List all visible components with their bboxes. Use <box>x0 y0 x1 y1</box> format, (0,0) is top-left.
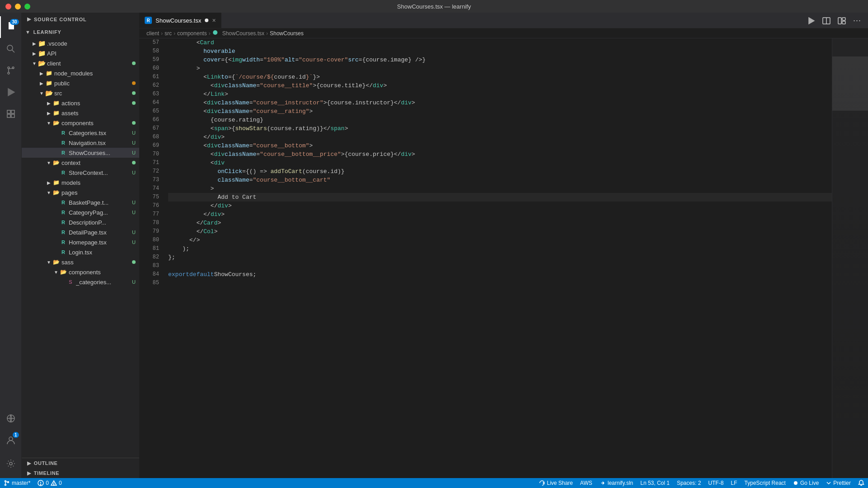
folder-src-icon: 📂 <box>60 268 67 276</box>
tree-item-src[interactable]: ▼ 📂 src <box>22 88 139 98</box>
tree-item-showcourses-tsx[interactable]: ▶ R ShowCourses... U <box>22 148 139 158</box>
tree-item-pages[interactable]: ▼ 📂 pages <box>22 188 139 197</box>
code-line-57: <Card <box>168 38 832 47</box>
search-activity-icon[interactable] <box>0 38 22 60</box>
accounts-activity-icon[interactable]: 1 <box>0 429 22 451</box>
tree-item-login-tsx[interactable]: ▶ R Login.tsx <box>22 247 139 257</box>
tree-item-storecontext-tsx[interactable]: ▶ R StoreContext... U <box>22 168 139 178</box>
svg-point-0 <box>7 45 13 51</box>
tree-item-categorypage-tsx[interactable]: ▶ R CategoryPag... U <box>22 207 139 217</box>
breadcrumb-file-icon <box>212 29 218 37</box>
run-button[interactable] <box>804 14 818 27</box>
settings-activity-icon[interactable] <box>0 453 22 474</box>
tree-item-homepage-tsx[interactable]: ▶ R Homepage.tsx U <box>22 237 139 247</box>
run-activity-icon[interactable] <box>0 81 22 103</box>
live-share-status[interactable]: Live Share <box>535 478 576 488</box>
folder-icon: 📁 <box>52 99 60 107</box>
modified-badge: U <box>132 239 136 245</box>
tree-item-descriptionpage-tsx[interactable]: ▶ R DescriptionP... <box>22 217 139 227</box>
svg-point-12 <box>9 462 12 465</box>
svg-point-28 <box>794 481 797 485</box>
tree-item-components[interactable]: ▼ 📂 components <box>22 118 139 128</box>
layout-button[interactable] <box>835 14 849 27</box>
tree-item-context[interactable]: ▼ 📂 context <box>22 158 139 168</box>
code-line-81: ); <box>168 244 832 253</box>
tree-item-categories-tsx[interactable]: ▶ R Categories.tsx U <box>22 128 139 138</box>
window-title: ShowCourses.tsx — learnify <box>397 3 471 10</box>
tree-item-basketpage-tsx[interactable]: ▶ R BasketPage.t... U <box>22 197 139 207</box>
tree-item-client[interactable]: ▼ 📂 client <box>22 58 139 68</box>
modified-badge: U <box>132 140 136 145</box>
tab-showcourses[interactable]: R ShowCourses.tsx × <box>139 13 222 28</box>
explorer-root[interactable]: ▼ LEARNIFY <box>22 26 139 38</box>
line-ending-status[interactable]: LF <box>727 478 741 488</box>
git-branch-status[interactable]: master* <box>0 478 34 488</box>
tree-item-sass-components[interactable]: ▼ 📂 components <box>22 267 139 277</box>
arrow-icon: ▼ <box>31 60 38 67</box>
language-status[interactable]: TypeScript React <box>741 478 789 488</box>
timeline-chevron: ▶ <box>27 470 31 476</box>
arrow-icon: ▶ <box>45 99 52 107</box>
tree-item-detailpage-tsx[interactable]: ▶ R DetailPage.tsx U <box>22 227 139 237</box>
folder-icon: 📁 <box>52 109 60 117</box>
svg-rect-7 <box>11 110 14 113</box>
timeline-section[interactable]: ▶ TIMELINE <box>22 468 139 478</box>
split-editor-button[interactable] <box>819 14 834 27</box>
tree-item-public[interactable]: ▶ 📁 public <box>22 78 139 88</box>
encoding-status[interactable]: UTF-8 <box>705 478 727 488</box>
arrow-icon: ▶ <box>31 50 38 57</box>
close-button[interactable] <box>5 4 11 9</box>
breadcrumb-components[interactable]: components <box>177 30 207 37</box>
go-live-status[interactable]: Go Live <box>789 478 822 488</box>
code-line-85 <box>168 279 832 287</box>
tree-item-api[interactable]: ▶ 📁 API <box>22 48 139 58</box>
minimize-button[interactable] <box>15 4 21 9</box>
tree-item-models[interactable]: ▶ 📁 models <box>22 178 139 188</box>
file-tsx-icon: R <box>60 229 67 236</box>
tree-item-categories-sass[interactable]: ▶ S _categories... U <box>22 277 139 287</box>
maximize-button[interactable] <box>24 4 30 9</box>
tab-close-button[interactable]: × <box>212 17 216 23</box>
remote-activity-icon[interactable] <box>0 408 22 429</box>
tree-item-assets[interactable]: ▶ 📁 assets <box>22 108 139 118</box>
code-content[interactable]: <Card hoverable cover={<img width="100%"… <box>165 38 832 478</box>
outline-section[interactable]: ▶ OUTLINE <box>22 458 139 468</box>
minimap[interactable] <box>832 38 868 478</box>
breadcrumb-symbol: ShowCourses <box>270 30 304 37</box>
cursor-position-status[interactable]: Ln 53, Col 1 <box>637 478 673 488</box>
breadcrumb-src[interactable]: src <box>165 30 172 37</box>
tree-item-node-modules[interactable]: ▶ 📁 node_modules <box>22 68 139 78</box>
extensions-activity-icon[interactable] <box>0 103 22 125</box>
code-line-78: </Card> <box>168 219 832 227</box>
tree-item-actions[interactable]: ▶ 📁 actions <box>22 98 139 108</box>
activity-bar: 30 1 <box>0 13 22 478</box>
errors-status[interactable]: 0 0 <box>34 478 65 488</box>
code-line-63: </Link> <box>168 90 832 99</box>
aws-status[interactable]: AWS <box>576 478 596 488</box>
code-line-84: export default ShowCourses; <box>168 270 832 279</box>
minimap-slider[interactable] <box>832 56 868 111</box>
tab-label: ShowCourses.tsx <box>156 17 201 24</box>
source-control-activity-icon[interactable] <box>0 60 22 81</box>
tree-item-navigation-tsx[interactable]: ▶ R Navigation.tsx U <box>22 138 139 148</box>
source-control-header[interactable]: ▶ SOURCE CONTROL <box>22 13 139 26</box>
folder-sass-icon: 📂 <box>52 258 60 266</box>
svg-rect-6 <box>7 110 10 113</box>
spaces-status[interactable]: Spaces: 2 <box>673 478 704 488</box>
prettier-status[interactable]: Prettier <box>822 478 854 488</box>
modified-badge: U <box>132 210 136 215</box>
arrow-icon: ▼ <box>45 189 52 196</box>
explorer-activity-icon[interactable]: 30 <box>0 16 22 38</box>
tree-item-vscode[interactable]: ▶ 📁 .vscode <box>22 38 139 48</box>
editor-top-toolbar: ··· <box>804 13 868 28</box>
breadcrumb-filename[interactable]: ShowCourses.tsx <box>222 30 264 37</box>
breadcrumb-client[interactable]: client <box>146 30 159 37</box>
breadcrumb: client › src › components › ShowCourses.… <box>139 28 868 38</box>
more-actions-button[interactable]: ··· <box>850 14 864 27</box>
arrow-icon: ▶ <box>45 109 52 117</box>
notifications-status[interactable] <box>854 478 868 488</box>
tree-item-sass[interactable]: ▼ 📂 sass <box>22 257 139 267</box>
explorer-root-label: LEARNIFY <box>33 29 61 35</box>
code-line-73: className="course__bottom__cart" <box>168 176 832 184</box>
solution-status[interactable]: learnify.sln <box>596 478 637 488</box>
